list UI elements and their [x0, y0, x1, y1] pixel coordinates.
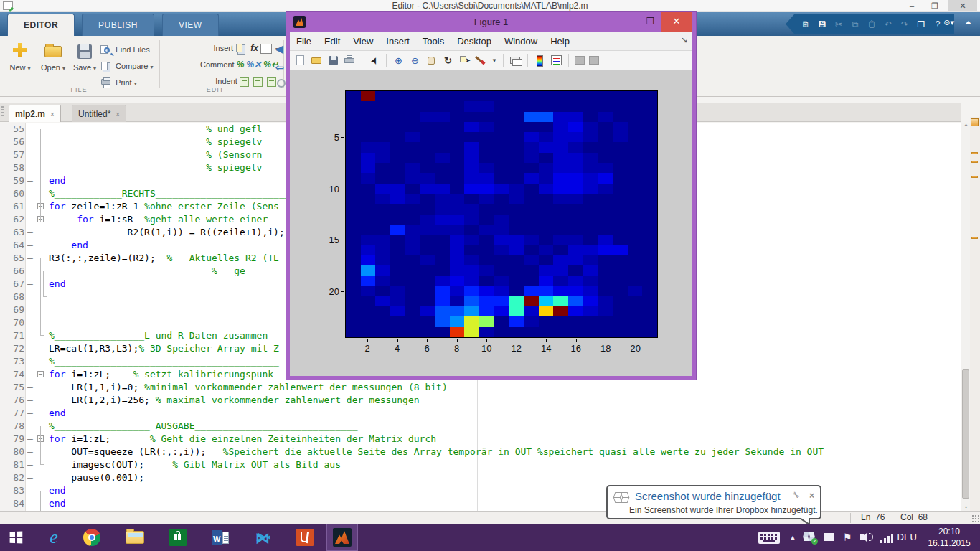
line-number[interactable]: 75: [0, 381, 24, 394]
tab-close-icon[interactable]: ×: [116, 110, 120, 118]
help-icon[interactable]: ?: [932, 19, 943, 30]
breakpoint-dash[interactable]: –: [27, 484, 36, 497]
line-number[interactable]: 74: [0, 368, 24, 381]
cut-icon[interactable]: ✂: [833, 19, 844, 30]
figure-close-button[interactable]: ✕: [661, 12, 692, 32]
line-number[interactable]: 62: [0, 213, 24, 226]
figure-menu-edit[interactable]: Edit: [318, 32, 347, 50]
tab-close-icon[interactable]: ×: [50, 110, 55, 118]
word-taskbar-icon[interactable]: W: [204, 524, 236, 551]
figure-minimize-button[interactable]: –: [618, 12, 639, 32]
breakpoint-dash[interactable]: –: [27, 200, 36, 213]
edit-cursor-icon[interactable]: ➤: [366, 52, 382, 69]
network-tray-icon[interactable]: [878, 524, 897, 551]
dropbox-tray-icon[interactable]: ✓: [801, 524, 818, 551]
line-number[interactable]: 60: [0, 187, 24, 200]
line-number[interactable]: 55: [0, 123, 24, 136]
taskbar-clock[interactable]: 20:10 16.11.2015: [923, 526, 976, 549]
language-indicator[interactable]: DEU: [897, 524, 917, 551]
go-forward-icon-partial[interactable]: ⇦: [275, 62, 284, 73]
zoom-out-icon[interactable]: ⊖: [409, 55, 421, 67]
analyzer-mark[interactable]: [971, 161, 978, 163]
ribbon-tab-publish[interactable]: PUBLISH: [82, 14, 154, 36]
breakpoint-dash[interactable]: –: [27, 394, 36, 407]
save-button[interactable]: Save ▾: [69, 42, 100, 72]
line-number[interactable]: 72: [0, 342, 24, 355]
indent-right-button[interactable]: [253, 77, 263, 87]
link-plot-icon[interactable]: [509, 55, 522, 67]
breakpoint-dash[interactable]: –: [27, 252, 36, 265]
start-button[interactable]: [0, 524, 32, 551]
redo-icon[interactable]: ↷: [899, 19, 910, 30]
notification-close-icon[interactable]: ×: [809, 491, 814, 501]
figure-menu-view[interactable]: View: [347, 32, 380, 50]
data-cursor-icon[interactable]: ➤: [458, 55, 471, 67]
insert-function-button[interactable]: fx: [250, 43, 258, 53]
insert-section-button[interactable]: [235, 44, 247, 54]
code-line-80[interactable]: 80– OUT=squeeze (LR(:,:,i)); %Speichert …: [0, 446, 961, 458]
line-number[interactable]: 68: [0, 291, 24, 303]
figure-menu-insert[interactable]: Insert: [380, 32, 416, 50]
editor-vertical-scrollbar[interactable]: ⌃ ⌄: [961, 123, 970, 511]
new-button[interactable]: New ▾: [4, 42, 36, 72]
line-number[interactable]: 56: [0, 136, 24, 149]
code-line-76[interactable]: 76– LR(1,2,i)=256; % maximal vorkommende…: [0, 394, 961, 407]
smart-indent-button[interactable]: [240, 77, 249, 87]
figure-menu-desktop[interactable]: Desktop: [451, 32, 498, 50]
dropbox-notification[interactable]: Screenshot wurde hinzugefügt Ein Screens…: [606, 485, 821, 519]
switch-window-icon[interactable]: ❒: [915, 19, 927, 30]
rotate-3d-icon[interactable]: ↻: [442, 55, 454, 67]
line-number[interactable]: 81: [0, 458, 24, 471]
visual-studio-taskbar-icon[interactable]: ⋈: [248, 524, 279, 551]
print-figure-icon[interactable]: [344, 55, 356, 67]
internet-explorer-taskbar-icon[interactable]: e: [38, 524, 70, 551]
minimize-ribbon-icon[interactable]: ⏶: [965, 18, 971, 27]
open-file-icon[interactable]: [311, 55, 323, 67]
action-flag-tray-icon[interactable]: ⚑: [839, 524, 855, 551]
minimize-button[interactable]: –: [901, 0, 923, 11]
speaker-tray-icon[interactable]: [858, 524, 877, 551]
line-number[interactable]: 71: [0, 329, 24, 342]
dock-figure-icon[interactable]: ➘: [681, 35, 688, 45]
line-number[interactable]: 58: [0, 161, 24, 174]
zoom-in-icon[interactable]: ⊕: [392, 55, 405, 67]
resize-grip[interactable]: [971, 514, 979, 522]
line-number[interactable]: 65: [0, 252, 24, 265]
indent-left-button[interactable]: [267, 77, 276, 87]
insert-block-button[interactable]: [260, 44, 272, 54]
breakpoint-dash[interactable]: –: [27, 239, 36, 252]
line-number[interactable]: 82: [0, 471, 24, 484]
dropdown-icon[interactable]: ▾: [491, 55, 497, 67]
breakpoint-dash[interactable]: –: [27, 226, 36, 239]
breakpoint-dash[interactable]: –: [27, 433, 36, 446]
figure-titlebar[interactable]: Figure 1 – ❐ ✕: [290, 12, 692, 32]
save-figure-icon[interactable]: [327, 55, 339, 67]
close-button[interactable]: ✕: [948, 0, 977, 11]
figure-window[interactable]: Figure 1 – ❐ ✕ FileEditViewInsertToolsDe…: [286, 12, 696, 380]
breakpoint-dash[interactable]: –: [27, 278, 36, 291]
line-number[interactable]: 77: [0, 407, 24, 420]
comment-button[interactable]: %: [237, 60, 245, 70]
new-script-icon[interactable]: 🗎: [800, 19, 811, 30]
restore-button[interactable]: ❐: [924, 0, 946, 11]
figure-menu-file[interactable]: File: [290, 32, 318, 50]
line-number[interactable]: 79: [0, 433, 24, 446]
copy-icon[interactable]: ⧉: [849, 19, 861, 30]
chrome-taskbar-icon[interactable]: [76, 524, 108, 551]
analyzer-mark[interactable]: [971, 176, 978, 178]
insert-legend-icon[interactable]: [550, 55, 562, 67]
figure-menu-help[interactable]: Help: [544, 32, 576, 50]
line-number[interactable]: 59: [0, 174, 24, 187]
mupad-taskbar-icon[interactable]: [289, 524, 321, 551]
breakpoint-dash[interactable]: –: [27, 458, 36, 471]
line-number[interactable]: 69: [0, 303, 24, 316]
line-number[interactable]: 83: [0, 484, 24, 497]
ribbon-tab-view[interactable]: VIEW: [162, 14, 219, 36]
heatmap-canvas[interactable]: [346, 91, 657, 337]
line-number[interactable]: 80: [0, 446, 24, 458]
compare-button[interactable]: Compare ▾: [100, 60, 153, 72]
ribbon-tab-editor[interactable]: EDITOR: [7, 14, 75, 36]
document-tab-Untitled[interactable]: Untitled*×: [72, 105, 126, 122]
touch-keyboard-tray-icon[interactable]: [755, 524, 783, 551]
code-fold-icon[interactable]: –: [37, 371, 44, 377]
